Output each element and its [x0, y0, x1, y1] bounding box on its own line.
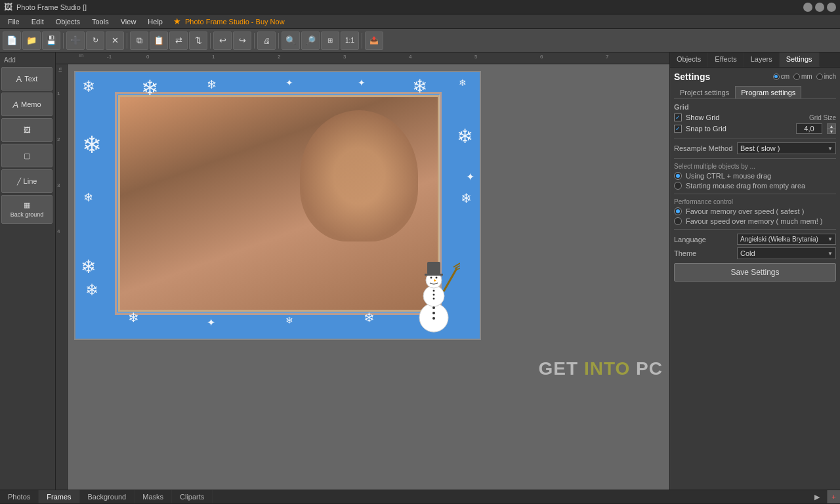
save-settings-button[interactable]: Save Settings	[674, 263, 836, 282]
maximize-button[interactable]	[815, 3, 824, 12]
btab-photos[interactable]: Photos	[0, 490, 39, 503]
main-area: Add A Text A Memo 🖼 ▢ ╱ Line ▦ Back grou…	[0, 52, 840, 490]
language-value: Angielski (Wielka Brytania)	[740, 236, 818, 243]
perf-memory-row: Favour memory over speed ( safest )	[674, 207, 836, 215]
bottom-close[interactable]: +	[827, 490, 840, 503]
toolbar-sep3	[210, 33, 211, 49]
svg-point-13	[432, 317, 435, 320]
paste-button[interactable]: 📋	[150, 32, 168, 50]
unit-cm[interactable]: cm	[773, 73, 789, 80]
title-text: Photo Frame Studio []	[16, 3, 87, 11]
promo-link[interactable]: Photo Frame Studio - Buy Now	[185, 18, 285, 26]
menu-objects[interactable]: Objects	[51, 16, 85, 27]
ruler-mark: 2	[278, 54, 280, 60]
snap-to-grid-checkbox[interactable]	[674, 125, 682, 133]
canvas-container[interactable]: ❄ ❄ ❄ ✦ ✦ ❄ ❄ ❄ ❄ ❄ ❄ ❄ ❄ ❄ ✦ ❄ ❄ ✦	[68, 64, 669, 490]
image-tool-button[interactable]: 🖼	[1, 118, 52, 142]
unit-cm-radio[interactable]	[773, 74, 780, 80]
tab-effects[interactable]: Effects	[708, 52, 744, 67]
undo-button[interactable]: ↩	[213, 32, 232, 50]
zoom-fit-button[interactable]: ⊞	[321, 32, 339, 50]
svg-line-14	[444, 268, 457, 291]
toolbar-sep6	[362, 33, 362, 49]
flip-v-button[interactable]: ⇅	[189, 32, 207, 50]
line-tool-button[interactable]: ╱ Line	[1, 169, 52, 193]
close-button[interactable]	[827, 3, 836, 12]
rotate-button[interactable]: ↻	[86, 32, 104, 50]
toolbar-sep5	[278, 33, 279, 49]
snowflake: ❄	[461, 190, 472, 206]
select-ctrl-radio[interactable]	[674, 172, 682, 180]
new-button[interactable]: 📄	[3, 32, 21, 50]
image-icon: 🖼	[24, 126, 31, 134]
svg-point-6	[436, 277, 438, 279]
select-drag-radio[interactable]	[674, 182, 682, 190]
tab-layers[interactable]: Layers	[744, 52, 780, 67]
snap-to-grid-label: Snap to Grid	[686, 125, 726, 133]
add-button[interactable]: ➕	[66, 32, 85, 50]
text-tool-button[interactable]: A Text	[1, 67, 52, 91]
resample-row: Resample Method Best ( slow ) ▼	[674, 142, 836, 154]
delete-button[interactable]: ✕	[106, 32, 124, 50]
grid-size-down[interactable]: ▼	[827, 129, 836, 134]
btab-cliparts[interactable]: Cliparts	[172, 490, 213, 503]
menubar: File Edit Objects Tools View Help ★ Phot…	[0, 14, 840, 29]
language-arrow: ▼	[828, 236, 833, 242]
divider3	[674, 194, 836, 194]
show-grid-checkbox[interactable]	[674, 114, 682, 121]
svg-point-9	[433, 294, 435, 296]
unit-mm-radio[interactable]	[793, 74, 800, 80]
flip-h-button[interactable]: ⇄	[169, 32, 188, 50]
save-button[interactable]: 💾	[42, 32, 60, 50]
btab-masks[interactable]: Masks	[135, 490, 172, 503]
memo-tool-button[interactable]: A Memo	[1, 93, 52, 116]
rect-tool-button[interactable]: ▢	[1, 144, 52, 167]
unit-inch[interactable]: inch	[816, 73, 836, 80]
text-icon: A	[16, 74, 22, 84]
menu-help[interactable]: Help	[142, 16, 168, 27]
print-button[interactable]: 🖨	[257, 32, 276, 50]
snowflake: ❄	[81, 256, 96, 278]
export-button[interactable]: 📤	[365, 32, 383, 50]
tab-settings[interactable]: Settings	[780, 52, 820, 67]
units-row: cm mm inch	[773, 73, 836, 80]
sub-tab-program[interactable]: Program settings	[735, 86, 801, 98]
language-label: Language	[674, 236, 733, 243]
zoom-in-button[interactable]: 🔎	[301, 32, 320, 50]
unit-inch-radio[interactable]	[816, 74, 823, 80]
background-tool-button[interactable]: ▦ Back ground	[1, 195, 52, 224]
menu-edit[interactable]: Edit	[26, 16, 49, 27]
left-toolbar: Add A Text A Memo 🖼 ▢ ╱ Line ▦ Back grou…	[0, 52, 56, 490]
theme-dropdown[interactable]: Cold ▼	[737, 247, 836, 259]
bottom-scroll-right[interactable]: ▶	[807, 490, 827, 503]
menu-tools[interactable]: Tools	[87, 16, 114, 27]
ruler-mark: 5	[474, 54, 477, 60]
open-button[interactable]: 📁	[22, 32, 41, 50]
minimize-button[interactable]	[803, 3, 812, 12]
theme-label: Theme	[674, 249, 733, 257]
unit-inch-label: inch	[824, 73, 836, 80]
language-dropdown[interactable]: Angielski (Wielka Brytania) ▼	[737, 234, 836, 245]
snowflake: ❄	[82, 131, 102, 159]
canvas-frame[interactable]: ❄ ❄ ❄ ✦ ✦ ❄ ❄ ❄ ❄ ❄ ❄ ❄ ❄ ❄ ✦ ❄ ❄ ✦	[74, 71, 481, 340]
menu-view[interactable]: View	[116, 16, 142, 27]
redo-button[interactable]: ↪	[233, 32, 251, 50]
tab-objects[interactable]: Objects	[670, 52, 708, 67]
grid-size-input[interactable]	[796, 123, 822, 134]
grid-size-up[interactable]: ▲	[827, 123, 836, 129]
copy-button[interactable]: ⧉	[130, 32, 148, 50]
resample-dropdown[interactable]: Best ( slow ) ▼	[737, 142, 836, 154]
perf-speed-radio[interactable]	[674, 217, 682, 225]
frame-border-inner	[117, 94, 440, 313]
zoom-out-button[interactable]: 🔍	[282, 32, 300, 50]
resample-label: Resample Method	[674, 144, 733, 152]
unit-mm[interactable]: mm	[793, 73, 812, 80]
btab-frames[interactable]: Frames	[39, 490, 79, 503]
show-grid-label: Show Grid	[686, 114, 719, 121]
btab-background[interactable]: Background	[80, 490, 135, 503]
menu-file[interactable]: File	[3, 16, 25, 27]
zoom-100-button[interactable]: 1:1	[341, 32, 359, 50]
show-grid-row: Show Grid Grid Size	[674, 114, 836, 121]
sub-tab-project[interactable]: Project settings	[674, 86, 735, 98]
perf-memory-radio[interactable]	[674, 207, 682, 215]
